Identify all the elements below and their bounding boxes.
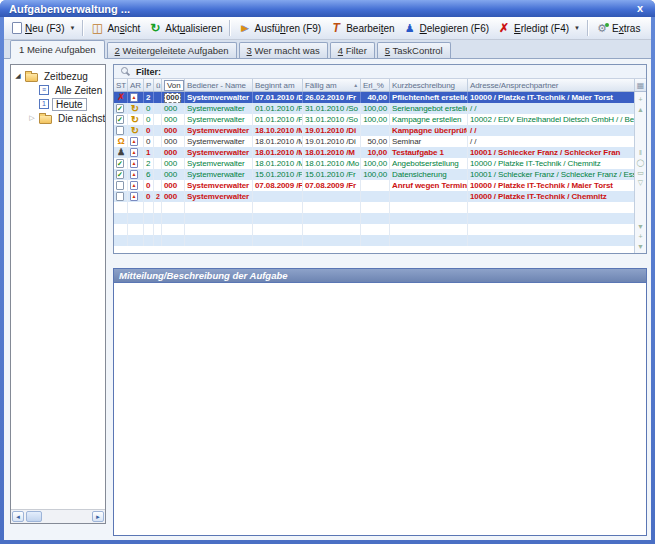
tree-item-zeitbezug[interactable]: ◢Zeitbezug	[12, 69, 104, 83]
filter-magnifier-icon	[121, 67, 128, 74]
column-header-p[interactable]: P	[144, 79, 154, 91]
column-header-ar[interactable]: AR	[128, 79, 144, 91]
toolbar-button-label: Erledigt (F4)	[514, 23, 569, 34]
sort-ascending-icon: ▲	[351, 82, 358, 88]
column-header-label: Beginnt am	[255, 81, 294, 90]
window-body: Neu (F3)▼◫Ansicht↻Aktualisieren▶Ausführe…	[4, 17, 651, 540]
tab-4-filter[interactable]: 4 Filter	[330, 42, 375, 58]
task-row[interactable]: ▲0000Systemverwalter07.08.2009 /Fr07.08.…	[114, 180, 634, 191]
column-header-label: ST	[116, 81, 126, 90]
delegate-icon: ♟	[403, 22, 417, 35]
message-panel-header: Mitteilung/Beschreibung der Aufgabe	[114, 269, 646, 283]
toolbar-button-label: Delegieren (F6)	[420, 23, 490, 34]
toolbar-button-label: Bearbeiten	[346, 23, 394, 34]
tab-5-taskcontrol[interactable]: 5 TaskControl	[377, 42, 451, 58]
recurring-icon: ↻	[130, 115, 140, 125]
extras-icon: ⚙	[595, 22, 609, 35]
tree-collapsed-icon[interactable]: ▷	[28, 114, 36, 122]
filter-row[interactable]: Filter:	[114, 65, 646, 79]
column-header-label: Fällig am	[305, 81, 337, 90]
message-body[interactable]	[114, 283, 646, 535]
main-panel: Filter: STARPüVonBediener - NameBeginnt …	[113, 64, 647, 536]
titlebar[interactable]: Aufgabenverwaltung ... x	[0, 0, 655, 17]
append-icon[interactable]: +	[638, 231, 642, 241]
tree-expanded-icon[interactable]: ◢	[14, 72, 22, 80]
task-row[interactable]: ✗▲2000Systemverwalter07.01.2010 /D26.02.…	[114, 92, 634, 103]
edit-icon: T	[329, 22, 343, 35]
tree-item-alle-zeiten[interactable]: ≡Alle Zeiten	[12, 83, 104, 97]
move-up-icon[interactable]: ▲	[637, 104, 644, 114]
neu-f3-button[interactable]: Neu (F3)▼	[8, 20, 79, 36]
message-panel: Mitteilung/Beschreibung der Aufgabe	[113, 268, 647, 536]
erledigt-f4-button[interactable]: ✗Erledigt (F4)▼	[493, 20, 584, 37]
task-row[interactable]: ✓▲2000Systemverwalter18.01.2010 /Mo18.01…	[114, 158, 634, 169]
column-header-ü[interactable]: ü	[154, 79, 162, 91]
page-icon	[116, 181, 124, 190]
ansicht-button[interactable]: ◫Ansicht	[86, 20, 144, 37]
tree-item-heute[interactable]: 1Heute	[12, 97, 104, 111]
column-header-st[interactable]: ST	[114, 79, 128, 91]
column-header-kurzbeschreibung[interactable]: Kurzbeschreibung	[390, 79, 468, 91]
grid-header-row: STARPüVonBediener - NameBeginnt amFällig…	[114, 79, 646, 92]
task-row[interactable]: ✓↻0000Systemverwalter01.01.2010 /Fr31.01…	[114, 103, 634, 114]
column-header-fällig-am[interactable]: Fällig am▲	[303, 79, 361, 91]
save-icon[interactable]: ▭	[637, 168, 644, 178]
bell-icon: Ω	[116, 137, 126, 147]
task-row[interactable]: ▲02000Systemverwalter10000 / Platzke IT-…	[114, 191, 634, 202]
task-icon: ▲	[130, 159, 138, 168]
tree-horizontal-scrollbar[interactable]: ◄ ►	[11, 509, 105, 523]
column-header-adresse-ansprechpartner[interactable]: Adresse/Ansprechpartner	[468, 79, 634, 91]
scroll-right-icon[interactable]: ►	[92, 511, 104, 522]
column-header-von[interactable]: Von	[162, 79, 185, 91]
bearbeiten-button[interactable]: TBearbeiten	[325, 20, 398, 37]
aktualisieren-button[interactable]: ↻Aktualisieren	[144, 20, 226, 37]
close-icon[interactable]: x	[634, 3, 646, 14]
tree-item-label: Die nächsten	[55, 113, 105, 124]
column-header-label: Von	[164, 80, 184, 91]
task-row[interactable]: ♟▲1000Systemverwalter18.01.2010 /M18.01.…	[114, 147, 634, 158]
column-header-erl[interactable]: Erl_%	[361, 79, 390, 91]
insert-icon[interactable]: +	[638, 94, 642, 104]
ausführen-f9-button[interactable]: ▶Ausführen (F9)	[233, 20, 325, 37]
task-row[interactable]: Ω▲0000Systemverwalter18.01.2010 /M19.01.…	[114, 136, 634, 147]
move-down-icon[interactable]: ▼	[637, 221, 644, 231]
tree-panel: ◢Zeitbezug≡Alle Zeiten1Heute▷Die nächste…	[10, 64, 106, 524]
column-chooser-icon[interactable]: ▦	[634, 79, 646, 91]
time-scope-tree: ◢Zeitbezug≡Alle Zeiten1Heute▷Die nächste…	[11, 65, 105, 509]
column-header-bediener-name[interactable]: Bediener - Name	[185, 79, 253, 91]
check-icon: ✓	[116, 170, 124, 179]
folder-icon	[39, 115, 52, 124]
dropdown-arrow-icon[interactable]: ▼	[69, 25, 75, 31]
tab-1-meine-aufgaben[interactable]: 1 Meine Aufgaben	[10, 40, 105, 59]
scrollbar-thumb[interactable]	[26, 511, 42, 522]
pause-icon[interactable]: ‖	[639, 148, 642, 158]
tab-3-wer-macht-was[interactable]: 3 Wer macht was	[239, 42, 328, 58]
task-icon: ▲	[130, 148, 138, 157]
filter-label: Filter:	[136, 67, 161, 77]
search-icon[interactable]: ◯	[637, 158, 645, 168]
scroll-left-icon[interactable]: ◄	[12, 511, 24, 522]
empty-row	[114, 224, 634, 235]
check-icon: ✓	[116, 115, 124, 124]
cell-focus-box[interactable]: 000	[164, 93, 181, 103]
column-header-beginnt-am[interactable]: Beginnt am	[253, 79, 303, 91]
task-grid: Filter: STARPüVonBediener - NameBeginnt …	[113, 64, 647, 254]
go-last-icon[interactable]: ▼	[637, 241, 644, 251]
task-row[interactable]: ✓↻0000Systemverwalter01.01.2010 /Fr31.01…	[114, 114, 634, 125]
task-row[interactable]: ↻0000Systemverwalter18.10.2010 /M19.01.2…	[114, 125, 634, 136]
tree-item-die-nächsten[interactable]: ▷Die nächsten	[12, 111, 104, 125]
dropdown-arrow-icon[interactable]: ▼	[574, 25, 580, 31]
recurring-icon: ↻	[130, 104, 140, 114]
folder-icon	[25, 73, 38, 82]
column-header-label: Kurzbeschreibung	[392, 81, 455, 90]
all-times-icon: ≡	[39, 85, 49, 95]
extras-button[interactable]: ⚙Extras	[591, 20, 644, 37]
task-row[interactable]: ✓▲6000Systemverwalter15.01.2010 /Fr15.01…	[114, 169, 634, 180]
window-title: Aufgabenverwaltung ...	[9, 3, 634, 15]
toolbar: Neu (F3)▼◫Ansicht↻Aktualisieren▶Ausführe…	[4, 17, 651, 40]
check-icon: ✓	[116, 159, 124, 168]
column-header-label: Bediener - Name	[187, 81, 246, 90]
delegieren-f6-button[interactable]: ♟Delegieren (F6)	[399, 20, 494, 37]
tab-2-weitergeleitete-aufgaben[interactable]: 2 Weitergeleitete Aufgaben	[107, 42, 237, 58]
filter-icon[interactable]: ▽	[638, 178, 643, 188]
